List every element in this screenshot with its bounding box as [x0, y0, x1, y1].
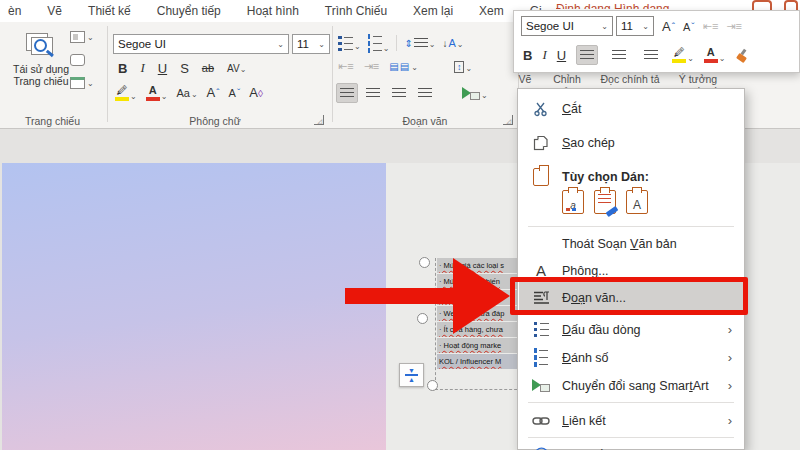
align-left-button[interactable]	[336, 83, 358, 103]
reuse-slides-label1: Tái sử dụng	[13, 63, 69, 75]
paste-options-icon	[529, 168, 553, 186]
bullets-button[interactable]: ⌄	[338, 36, 361, 52]
tab-view[interactable]: Xem	[479, 4, 504, 18]
numbering-icon	[529, 348, 553, 367]
ribbon-fragment-dictate: Đọc chính tả	[596, 73, 664, 88]
menu-item-convert-smartart[interactable]: Chuyển đổi sang SmartArt ›	[519, 372, 744, 399]
justify-button[interactable]	[414, 83, 436, 103]
selection-handle-top-left[interactable]	[419, 257, 430, 268]
decrease-font-button[interactable]: A	[229, 87, 241, 99]
menu-item-exit-edit-text[interactable]: Thoát Soạn Văn bản	[519, 230, 744, 257]
submenu-arrow: ›	[728, 322, 732, 337]
reuse-slides-icon	[24, 31, 58, 63]
clear-formatting-button[interactable]: A◊	[249, 85, 263, 100]
mini-italic-button[interactable]: I	[542, 47, 546, 63]
tab-slideshow[interactable]: Trình Chiếu	[325, 4, 387, 18]
mini-increase-indent-button[interactable]: ⇥≡	[726, 20, 742, 33]
group-label-paragraph: Đoạn văn	[340, 115, 510, 127]
tab-review[interactable]: Xem lại	[413, 4, 453, 18]
highlighter-button[interactable]: 🖉⌄	[115, 85, 137, 101]
menu-item-cut[interactable]: Cắt	[519, 95, 744, 122]
mini-decrease-indent-button[interactable]: ⇤≡	[703, 20, 719, 33]
menu-item-bullets[interactable]: Dấu đầu dòng ›	[519, 316, 744, 343]
menu-item-copy[interactable]: Sao chép	[519, 129, 744, 156]
mini-format-painter-button[interactable]	[736, 49, 749, 62]
increase-font-button[interactable]: A	[207, 85, 220, 100]
numbering-button[interactable]: ⌄	[368, 34, 390, 53]
autofit-options-button[interactable]: ▼▲	[399, 363, 424, 387]
submenu-arrow: ›	[728, 378, 732, 393]
paragraph-dialog-launcher[interactable]	[503, 115, 513, 125]
textbox-border-bottom[interactable]	[435, 389, 527, 390]
mini-decrease-font-button[interactable]: A	[683, 21, 695, 33]
mini-align-right-button[interactable]	[640, 45, 662, 65]
mini-font-name-combo[interactable]: Segoe UI⌄	[521, 16, 613, 36]
mini-underline-button[interactable]: U	[557, 48, 566, 63]
menu-item-numbering[interactable]: Đánh số ›	[519, 344, 744, 371]
reuse-slides-button[interactable]: Tái sử dụng Trang chiếu	[12, 28, 70, 112]
font-size-combo[interactable]: 11⌄	[292, 34, 330, 54]
menu-item-link[interactable]: Liên kết ›	[519, 407, 744, 434]
tab-design[interactable]: Thiết kế	[88, 4, 131, 18]
bullets-icon	[529, 322, 553, 338]
annotation-highlight-rectangle	[510, 277, 748, 315]
mini-font-name-value: Segoe UI	[526, 20, 574, 32]
slide-canvas-gradient[interactable]	[2, 163, 386, 450]
reset-slide-button[interactable]	[70, 51, 104, 69]
mini-increase-font-button[interactable]: A	[662, 19, 675, 34]
cut-icon	[529, 101, 553, 117]
section-button[interactable]: ⌄	[70, 74, 104, 92]
mini-font-color-button[interactable]: A⌄	[704, 47, 726, 63]
textbox-border-left[interactable]	[435, 258, 436, 390]
mini-align-center-button[interactable]	[608, 45, 630, 65]
font-name-value: Segoe UI	[118, 38, 166, 50]
copy-icon	[529, 135, 553, 151]
underline-button[interactable]: U	[158, 61, 167, 76]
mini-font-size-value: 11	[621, 20, 633, 32]
align-text-button[interactable]: ↕⌄	[454, 61, 472, 73]
tab-shape-format-partial[interactable]: Định dạng Hình dạng	[556, 0, 738, 9]
menu-item-search-selection[interactable]: i Tìm kiếm "Mức giá các loại"	[519, 441, 744, 450]
font-color-button[interactable]: A⌄	[146, 85, 168, 101]
smartart-icon	[462, 87, 480, 100]
align-right-button[interactable]	[388, 83, 410, 103]
mini-align-center-icon	[612, 50, 626, 61]
change-case-button[interactable]: Aa⌄	[176, 87, 197, 99]
mini-align-left-button[interactable]	[576, 45, 598, 65]
menu-separator	[528, 226, 734, 227]
paste-text-only-button[interactable]: A	[626, 190, 648, 214]
textbox-line: · Hoạt động marke	[437, 338, 527, 353]
tab-transitions[interactable]: Chuyển tiếp	[157, 4, 221, 18]
bold-button[interactable]: B	[118, 61, 127, 76]
paste-merge-formatting-button[interactable]	[594, 190, 616, 214]
text-shadow-button[interactable]: S	[180, 61, 189, 76]
tab-animations[interactable]: Hoạt hình	[247, 4, 299, 18]
convert-smartart-button[interactable]: ⌄	[462, 87, 488, 100]
selection-handle-bottom-left[interactable]	[427, 380, 438, 391]
font-dialog-launcher[interactable]	[314, 115, 324, 125]
decrease-indent-button[interactable]: ⇤≡	[338, 60, 354, 73]
group-label-font: Phông chữ	[110, 115, 320, 127]
selection-handle-middle-left[interactable]	[417, 313, 428, 324]
increase-indent-button[interactable]: ⇥≡	[364, 60, 380, 73]
mini-bold-button[interactable]: B	[523, 48, 532, 63]
menu-separator	[528, 437, 734, 438]
mini-font-size-combo[interactable]: 11⌄	[616, 16, 654, 36]
line-spacing-button[interactable]: ⇕⌄	[404, 38, 435, 49]
annotation-arrow-tail	[345, 288, 457, 304]
slide-layout-button[interactable]: ⌄	[70, 28, 104, 46]
font-name-combo[interactable]: Segoe UI⌄	[113, 34, 289, 54]
text-direction-button[interactable]: ↓A⌄	[443, 37, 464, 49]
align-center-button[interactable]	[362, 83, 384, 103]
align-left-icon	[340, 88, 354, 99]
group-label-slides: Trang chiếu	[0, 115, 105, 127]
character-spacing-button[interactable]: AV⌄	[227, 63, 246, 74]
paste-keep-source-button[interactable]: a	[562, 190, 584, 214]
mini-highlighter-button[interactable]: 🖉⌄	[672, 47, 694, 63]
strikethrough-button[interactable]: ab	[202, 62, 214, 74]
window-icon-partial-1	[752, 0, 772, 10]
tab-insert-partial[interactable]: èn	[8, 4, 21, 18]
tab-draw[interactable]: Vẽ	[47, 4, 62, 18]
columns-button[interactable]: ▤▤⌄	[389, 61, 418, 72]
italic-button[interactable]: I	[140, 60, 144, 76]
